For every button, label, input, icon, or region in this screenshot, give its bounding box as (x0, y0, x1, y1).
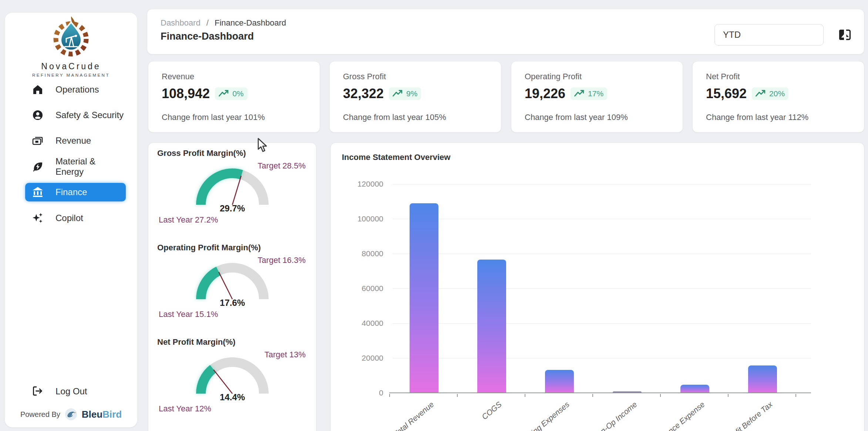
sidebar-item-material-energy[interactable]: Material & Energy (25, 157, 126, 176)
kpi-card-net-profit: Net Profit 15,692 20% Change from last y… (692, 61, 864, 133)
brand-name: BleuBird (82, 409, 122, 420)
user-circle-icon (31, 108, 44, 122)
x-axis-category-label: Non-Op Income (568, 400, 639, 431)
kpi-value: 19,226 (525, 86, 565, 101)
banknotes-icon (31, 134, 44, 147)
trending-up-icon (393, 90, 404, 98)
kpi-value: 15,692 (706, 86, 747, 101)
y-axis-tick-label: 60000 (334, 284, 383, 293)
bank-icon (31, 186, 44, 199)
x-axis-line (389, 392, 811, 393)
sidebar-item-label: Revenue (55, 136, 91, 146)
bar-net-profit-before-tax (748, 365, 777, 393)
powered-by-prefix: Powered By (20, 410, 60, 419)
breadcrumb-separator: / (206, 18, 209, 27)
gauge-operating-profit-margin: Operating Profit Margin(%) Target 16.3% … (148, 243, 316, 337)
sidebar-item-label: Safety & Security (55, 110, 124, 120)
sidebar-item-finance[interactable]: Finance (25, 183, 126, 201)
y-axis-tick-label: 100000 (334, 214, 383, 223)
x-axis-tick (660, 394, 661, 397)
gauge-arc (188, 349, 277, 399)
kpi-trend-chip: 20% (752, 87, 788, 100)
bleubird-logo-icon (64, 407, 78, 421)
gridline (393, 219, 811, 219)
flip-horizontal-button[interactable] (835, 25, 855, 45)
leaf-bolt-icon (31, 160, 44, 173)
kpi-label: Net Profit (706, 72, 740, 81)
bar-operating-expenses (545, 370, 574, 393)
trending-up-icon (574, 90, 585, 98)
header-bar: Dashboard / Finance-Dashboard Finance-Da… (147, 9, 864, 54)
sidebar-item-label: Material & Energy (55, 156, 126, 177)
breadcrumb-parent[interactable]: Dashboard (161, 18, 201, 27)
page-title: Finance-Dashboard (161, 31, 254, 42)
x-axis-category-label: Finance Expense (636, 400, 707, 431)
x-axis-tick (457, 394, 458, 397)
sparkles-icon (31, 211, 44, 225)
kpi-value: 108,942 (162, 86, 210, 101)
gauge-arc (188, 255, 277, 304)
trending-up-icon (756, 90, 767, 98)
logout-icon (31, 385, 44, 398)
kpi-label: Gross Profit (343, 72, 386, 81)
kpi-change-text: Change from last year 109% (525, 113, 628, 122)
sidebar-item-operations[interactable]: Operations (25, 80, 126, 99)
gauge-title: Operating Profit Margin(%) (157, 243, 261, 253)
period-select[interactable]: YTD (714, 24, 824, 46)
gauge-arc (188, 160, 277, 210)
gauge-value: 14.4% (203, 392, 262, 402)
x-axis-tick (795, 394, 796, 397)
gauge-title: Net Profit Margin(%) (157, 337, 235, 347)
gauge-last-year-label: Last Year 27.2% (159, 215, 218, 225)
kpi-value: 32,322 (343, 86, 384, 101)
kpi-label: Operating Profit (525, 72, 582, 81)
x-axis-category-label: Total Revenue (365, 400, 436, 431)
y-axis-tick-label: 0 (334, 388, 383, 397)
kpi-card-revenue: Revenue 108,942 0% Change from last year… (148, 61, 320, 133)
x-axis-tick (389, 394, 390, 397)
kpi-trend-pct: 17% (588, 89, 603, 98)
kpi-card-gross-profit: Gross Profit 32,322 9% Change from last … (329, 61, 501, 133)
kpi-trend-chip: 17% (571, 87, 607, 100)
margin-gauges-panel: Gross Profit Margin(%) Target 28.5% 29.7… (148, 143, 316, 431)
kpi-change-text: Change from last year 112% (706, 113, 808, 122)
logout-label: Log Out (55, 386, 87, 397)
gauge-last-year-label: Last Year 12% (159, 404, 211, 414)
period-select-value: YTD (723, 30, 741, 40)
kpi-card-operating-profit: Operating Profit 19,226 17% Change from … (511, 61, 683, 133)
powered-by: Powered By BleuBird (5, 407, 137, 421)
gauge-value: 17.6% (203, 298, 262, 308)
sidebar-item-revenue[interactable]: Revenue (25, 131, 126, 150)
gauge-title: Gross Profit Margin(%) (157, 148, 246, 158)
breadcrumb: Dashboard / Finance-Dashboard (161, 18, 286, 28)
x-axis-category-label: Net Profit Before Tax (703, 400, 774, 431)
income-statement-chart-panel: Income Statement Overview 02000040000600… (330, 143, 864, 431)
kpi-trend-pct: 9% (406, 89, 417, 98)
trending-up-icon (219, 90, 230, 98)
bar-cogs (477, 260, 506, 393)
sidebar-item-label: Finance (55, 187, 87, 197)
sidebar-item-safety-security[interactable]: Safety & Security (25, 106, 126, 124)
logout-button[interactable]: Log Out (25, 382, 126, 401)
kpi-trend-pct: 20% (769, 89, 785, 98)
kpi-trend-chip: 9% (389, 87, 421, 100)
gauge-last-year-label: Last Year 15.1% (159, 310, 218, 319)
x-axis-tick (592, 394, 593, 397)
sidebar-item-label: Operations (55, 84, 99, 95)
sidebar-item-copilot[interactable]: Copilot (25, 209, 126, 227)
sidebar-item-label: Copilot (55, 213, 83, 223)
gridline (393, 323, 811, 324)
chart-title: Income Statement Overview (342, 153, 450, 162)
gridline (393, 358, 811, 358)
x-axis-category-label: Operating Expenses (500, 400, 571, 431)
gridline (393, 288, 811, 289)
kpi-trend-pct: 0% (232, 89, 243, 98)
y-axis-tick-label: 120000 (334, 180, 383, 188)
y-axis-tick-label: 40000 (334, 319, 383, 328)
app-logo: NovaCrude REFINERY MANAGEMENT (5, 16, 137, 77)
gauge-net-profit-margin: Net Profit Margin(%) Target 13% 14.4% La… (148, 337, 316, 431)
logo-tagline: REFINERY MANAGEMENT (5, 73, 137, 77)
gridline (393, 184, 811, 184)
novacrude-logo-icon (43, 16, 99, 59)
y-axis-tick-label: 20000 (334, 354, 383, 362)
